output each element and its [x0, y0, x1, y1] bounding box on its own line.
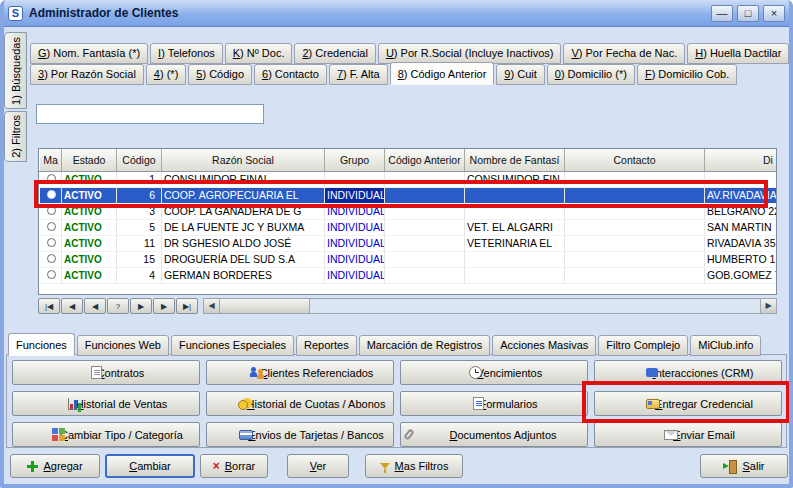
column-header-ma[interactable]: Ma	[40, 149, 62, 171]
row-radio-icon[interactable]	[47, 174, 56, 183]
search-tab-cuit[interactable]: 9) Cuit	[496, 64, 544, 85]
table-row-selected[interactable]: ACTIVO 6 COOP. AGROPECUARIA EL INDIVIDUA…	[40, 187, 778, 203]
search-tab-domicilio[interactable]: 0) Domicilio (*)	[547, 64, 635, 85]
row-radio-icon[interactable]	[47, 190, 56, 199]
function-button-historial-cuotas[interactable]: Historial de Cuotas / Abonos	[206, 391, 394, 416]
restore-button[interactable]: □	[737, 5, 759, 22]
column-header-codigo[interactable]: Código	[117, 149, 162, 171]
column-header-nombre-fantasia[interactable]: Nombre de Fantasí	[465, 149, 565, 171]
column-header-direccion[interactable]: Di	[705, 149, 778, 171]
more-filters-button[interactable]: Mas Filtros	[365, 454, 463, 478]
cell-grupo: INDIVIDUAL	[325, 219, 385, 235]
search-tab-telefonos[interactable]: I) Telefonos	[150, 43, 223, 64]
table-row[interactable]: ACTIVO 1 CONSUMIDOR FINAL CONSUMIDOR FIN	[40, 171, 778, 187]
function-tab-acciones-masivas[interactable]: Acciones Masivas	[492, 335, 596, 356]
function-button-label: Clientes Referenciados	[260, 367, 374, 379]
function-tab-miclub-info[interactable]: MiClub.info	[690, 335, 761, 356]
minimize-button[interactable]: —	[711, 5, 733, 22]
search-tab-por-fecha-nac[interactable]: V) Por Fecha de Nac.	[563, 43, 685, 64]
delete-button[interactable]: × Borrar	[200, 454, 268, 478]
search-tab-credencial[interactable]: 2) Credencial	[294, 43, 375, 64]
credential-card-icon	[646, 399, 660, 409]
function-button-contratos[interactable]: Contratos	[12, 360, 200, 385]
titlebar[interactable]: S Administrador de Clientes — □ ×	[0, 0, 793, 27]
record-nav-prev-page-button[interactable]: ◀	[61, 298, 83, 314]
function-button-historial-ventas[interactable]: Historial de Ventas	[12, 391, 200, 416]
edit-button[interactable]: Cambiar	[105, 454, 195, 478]
search-tab-codigo[interactable]: 5) Código	[188, 64, 252, 85]
function-button-documentos-adjuntos[interactable]: Documentos Adjuntos	[400, 422, 588, 447]
search-tab-codigo-anterior[interactable]: 8) Código Anterior	[390, 62, 495, 85]
function-tab-funciones-especiales[interactable]: Funciones Especiales	[171, 335, 294, 356]
column-header-contacto[interactable]: Contacto	[565, 149, 705, 171]
view-button[interactable]: Ver	[287, 454, 349, 478]
row-radio-icon[interactable]	[47, 270, 56, 279]
record-nav-last-button[interactable]: ▶|	[176, 298, 198, 314]
scroll-thumb[interactable]	[220, 299, 310, 313]
function-tab-funciones-web[interactable]: Funciones Web	[77, 335, 169, 356]
add-button[interactable]: Agregar	[10, 454, 100, 478]
row-radio-icon[interactable]	[47, 254, 56, 263]
cell-estado: ACTIVO	[62, 251, 117, 267]
edit-button-label: Cambiar	[129, 460, 171, 472]
horizontal-scrollbar[interactable]: ◀ ▶	[203, 298, 777, 314]
table-row[interactable]: ACTIVO 15 DROGUERÍA DEL SUD S.A INDIVIDU…	[40, 251, 778, 267]
search-tab-por-razon-social[interactable]: 3) Por Razón Social	[30, 64, 144, 85]
function-button-enviar-email[interactable]: Enviar Email	[594, 422, 782, 447]
table-row[interactable]: ACTIVO 4 GERMAN BORDERES INDIVIDUAL GOB.…	[40, 267, 778, 283]
function-tab-filtro-complejo[interactable]: Filtro Complejo	[598, 335, 688, 356]
record-nav-next-button[interactable]: ▶	[130, 298, 152, 314]
search-tab-por-rsocial[interactable]: U) Por R.Social (Incluye Inactivos)	[378, 43, 562, 64]
search-tab-huella-dactilar[interactable]: H) Huella Dactilar	[687, 43, 789, 64]
search-tab-contacto[interactable]: 6) Contacto	[254, 64, 327, 85]
column-header-estado[interactable]: Estado	[62, 149, 117, 171]
cell-codigo-anterior	[385, 235, 465, 251]
scroll-right-icon[interactable]: ▶	[760, 299, 776, 313]
row-radio-icon[interactable]	[47, 206, 56, 215]
scroll-track[interactable]	[310, 299, 760, 313]
table-row[interactable]: ACTIVO 11 DR SGHESIO ALDO JOSÉ INDIVIDUA…	[40, 235, 778, 251]
search-tab-nro-doc[interactable]: K) Nº Doc.	[225, 43, 293, 64]
function-button-entregar-credencial[interactable]: Entregar Credencial	[594, 391, 782, 416]
search-tab-asterisco[interactable]: 4) (*)	[146, 64, 186, 85]
function-button-envios-tarjetas-bancos[interactable]: Envios de Tarjetas / Bancos	[206, 422, 394, 447]
record-nav-next-page-button[interactable]: ▶	[153, 298, 175, 314]
record-nav-search-button[interactable]: ?	[107, 298, 129, 314]
table-row[interactable]: ACTIVO 3 COOP. LA GANADERA DE G INDIVIDU…	[40, 203, 778, 219]
search-tab-f-alta[interactable]: 7) F. Alta	[329, 64, 388, 85]
search-input[interactable]	[36, 104, 264, 124]
client-grid: Ma Estado Código Razón Social Grupo Códi…	[38, 148, 777, 295]
function-tab-marcacion-registros[interactable]: Marcación de Registros	[359, 335, 491, 356]
function-button-clientes-referenciados[interactable]: Clientes Referenciados	[206, 360, 394, 385]
function-tab-reportes[interactable]: Reportes	[296, 335, 357, 356]
paperclip-icon	[403, 428, 415, 440]
table-row[interactable]: ACTIVO 5 DE LA FUENTE JC Y BUXMA INDIVID…	[40, 219, 778, 235]
row-radio-icon[interactable]	[47, 238, 56, 247]
column-header-codigo-anterior[interactable]: Código Anterior	[385, 149, 465, 171]
sidebar-tab-busquedas[interactable]: 1) Búsquedas	[4, 32, 27, 109]
function-button-cambiar-tipo-categoria[interactable]: Cambiar Tipo / Categoría	[12, 422, 200, 447]
function-button-formularios[interactable]: Formularios	[400, 391, 588, 416]
close-button[interactable]: ×	[763, 5, 785, 22]
exit-button[interactable]: Salir	[700, 454, 788, 478]
due-dates-clock-icon	[469, 366, 482, 379]
record-nav-prev-button[interactable]: ◀	[84, 298, 106, 314]
sidebar-tab-filtros[interactable]: 2) Filtros	[4, 111, 27, 162]
search-tab-nom-fantasia[interactable]: G) Nom. Fantasía (*)	[30, 43, 148, 64]
row-radio-icon[interactable]	[47, 222, 56, 231]
cell-codigo-anterior	[385, 267, 465, 283]
app-logo-icon: S	[8, 6, 23, 21]
column-header-grupo[interactable]: Grupo	[325, 149, 385, 171]
search-tab-domicilio-cob[interactable]: F) Domicilio Cob.	[637, 64, 737, 85]
cell-contacto	[565, 219, 705, 235]
function-button-interacciones-crm[interactable]: Interacciones (CRM)	[594, 360, 782, 385]
function-button-label: Interacciones (CRM)	[653, 367, 754, 379]
column-header-razon-social[interactable]: Razón Social	[162, 149, 325, 171]
record-nav-first-button[interactable]: |◀	[38, 298, 60, 314]
function-button-vencimientos[interactable]: Vencimientos	[400, 360, 588, 385]
function-tab-funciones[interactable]: Funciones	[8, 333, 75, 356]
function-button-label: Envios de Tarjetas / Bancos	[248, 429, 384, 441]
scroll-left-icon[interactable]: ◀	[204, 299, 220, 313]
function-button-label: Historial de Cuotas / Abonos	[247, 398, 386, 410]
cell-direccion: RIVADAVIA 35	[705, 235, 778, 251]
